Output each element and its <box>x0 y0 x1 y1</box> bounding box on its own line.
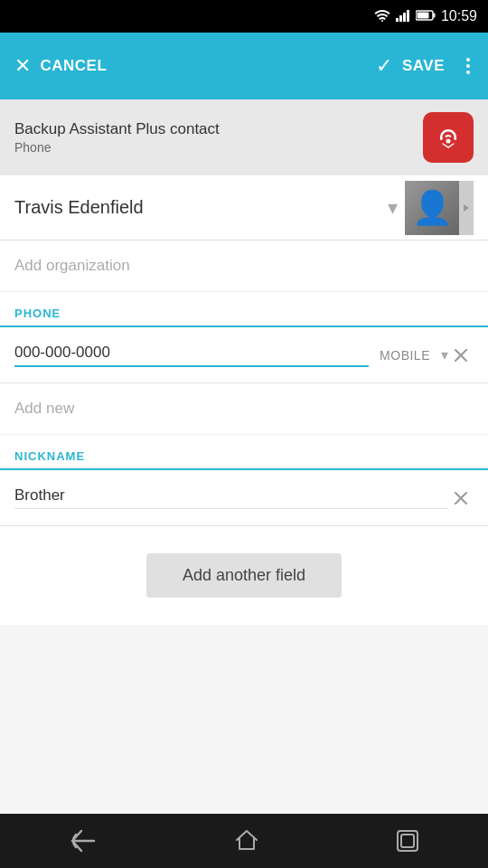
nickname-input[interactable] <box>14 486 448 509</box>
add-another-field-button[interactable]: Add another field <box>146 553 342 598</box>
svg-rect-6 <box>433 13 435 17</box>
more-dot-3 <box>466 71 470 74</box>
action-bar: ✕ CANCEL ✓ SAVE <box>0 33 488 99</box>
svg-rect-3 <box>403 13 406 22</box>
contact-header-info: Backup Assistant Plus contact Phone <box>14 120 220 155</box>
contact-photo[interactable] <box>405 181 459 235</box>
phone-section-label: PHONE <box>0 292 488 327</box>
more-options-button[interactable] <box>463 54 474 78</box>
svg-rect-15 <box>401 835 414 847</box>
nickname-field-row <box>0 470 488 526</box>
svg-point-0 <box>381 20 383 22</box>
save-button[interactable]: ✓ SAVE <box>376 54 445 78</box>
svg-rect-4 <box>407 10 409 22</box>
main-content: ▾ Add organization PHONE MOBILE ▾ Add ne… <box>0 175 488 625</box>
add-field-container: Add another field <box>0 526 488 625</box>
bottom-nav <box>0 814 488 868</box>
phone-type-arrow-icon[interactable]: ▾ <box>441 346 448 363</box>
phone-type-wrapper: MOBILE ▾ <box>369 346 448 363</box>
contact-source-title: Backup Assistant Plus contact <box>14 120 220 138</box>
svg-point-8 <box>446 139 451 144</box>
phone-clear-button[interactable] <box>448 343 474 368</box>
phone-input[interactable] <box>14 344 369 367</box>
contact-source-subtitle: Phone <box>14 140 220 155</box>
home-nav-button[interactable] <box>217 820 277 862</box>
name-row: ▾ <box>0 175 488 241</box>
svg-rect-2 <box>399 15 402 22</box>
save-label: SAVE <box>402 57 445 75</box>
svg-rect-1 <box>396 18 399 22</box>
svg-marker-9 <box>464 204 469 212</box>
wifi-icon <box>374 9 390 24</box>
backup-assistant-icon <box>423 112 474 163</box>
phone-type-label: MOBILE <box>380 348 430 363</box>
more-dot-2 <box>466 64 470 68</box>
battery-icon <box>416 10 436 24</box>
save-icon: ✓ <box>376 54 393 78</box>
signal-icon <box>396 9 410 24</box>
svg-rect-7 <box>417 12 428 18</box>
add-new-text: Add new <box>14 400 74 417</box>
org-placeholder: Add organization <box>14 257 130 274</box>
nickname-clear-button[interactable] <box>448 486 474 511</box>
recents-nav-button[interactable] <box>378 820 437 862</box>
phone-field-row: MOBILE ▾ <box>0 327 488 383</box>
photo-expand-handle[interactable] <box>459 181 474 235</box>
contact-header: Backup Assistant Plus contact Phone <box>0 99 488 175</box>
name-dropdown-icon[interactable]: ▾ <box>380 189 405 227</box>
name-input[interactable] <box>14 197 380 218</box>
cancel-label: CANCEL <box>41 57 108 75</box>
cancel-icon: ✕ <box>14 54 32 78</box>
org-row[interactable]: Add organization <box>0 241 488 292</box>
cancel-button[interactable]: ✕ CANCEL <box>14 54 107 78</box>
back-nav-button[interactable] <box>51 820 116 862</box>
more-dot-1 <box>466 58 470 61</box>
status-time: 10:59 <box>441 8 477 24</box>
add-new-row[interactable]: Add new <box>0 383 488 435</box>
nickname-section-label: NICKNAME <box>0 435 488 470</box>
status-bar: 10:59 <box>0 0 488 33</box>
